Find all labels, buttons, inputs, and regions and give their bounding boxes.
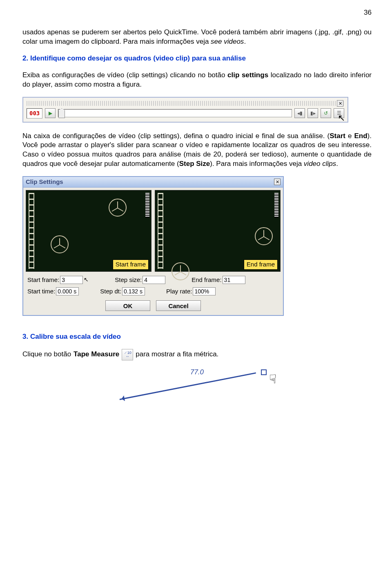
step-title: Identifique como desejar os quadros (vid… bbox=[30, 54, 246, 62]
cursor-icon: ↖ bbox=[338, 112, 345, 124]
fields-row-2: Start time: Step dt: Play rate: bbox=[23, 286, 283, 297]
paragraph-1: usados apenas se puderem ser abertos pel… bbox=[22, 28, 372, 47]
play-icon[interactable]: ▶ bbox=[45, 108, 56, 118]
text: para mostrar a fita métrica. bbox=[136, 350, 218, 359]
text: ). Para mais informações veja bbox=[210, 160, 304, 168]
close-icon[interactable]: ✕ bbox=[274, 179, 281, 185]
dialog-titlebar: Clip Settings ✕ bbox=[23, 177, 283, 187]
ok-button[interactable]: OK bbox=[105, 300, 150, 311]
text: Clique no botão bbox=[22, 350, 71, 359]
frames-preview-row: Start frame End frame bbox=[23, 188, 283, 274]
cancel-button[interactable]: Cancel bbox=[156, 300, 201, 311]
label: Start time: bbox=[27, 287, 55, 295]
tape-line[interactable] bbox=[119, 372, 256, 400]
step-3-heading: 3. Calibre sua escala de vídeo bbox=[22, 332, 372, 342]
loop-icon[interactable]: ↺ bbox=[321, 108, 331, 118]
end-frame-tag: End frame bbox=[244, 259, 278, 269]
step-title: Calibre sua escala de vídeo bbox=[30, 333, 121, 340]
hand-cursor-icon: ☟ bbox=[269, 371, 276, 388]
text: usados apenas se puderem ser abertos pel… bbox=[22, 28, 372, 45]
fan-object bbox=[255, 227, 273, 245]
end-frame-preview: End frame bbox=[155, 190, 281, 272]
barcode-overlay bbox=[274, 193, 278, 217]
ruler-overlay bbox=[158, 193, 163, 269]
dialog-title: Clip Settings bbox=[26, 178, 63, 186]
end-frame-input[interactable] bbox=[223, 276, 245, 284]
see-videos-ref: see videos bbox=[211, 38, 244, 45]
paragraph-3: Na caixa de configurações de vídeo (clip… bbox=[22, 132, 372, 169]
player-slider[interactable] bbox=[58, 109, 292, 117]
start-time-field: Start time: bbox=[27, 287, 79, 295]
step-forward-icon[interactable]: ▮▸ bbox=[307, 108, 318, 118]
fan-object bbox=[51, 235, 69, 253]
text: . bbox=[244, 38, 246, 45]
tape-measure-paragraph: Clique no botão Tape Measure ⟋10↔ para m… bbox=[22, 349, 372, 360]
end-frame-field: End frame: bbox=[192, 276, 245, 284]
label: Play rate: bbox=[166, 287, 192, 295]
step-dt-field: Step dt: bbox=[100, 287, 145, 295]
step-number: 2. bbox=[22, 54, 30, 62]
close-icon[interactable]: ✕ bbox=[337, 100, 343, 107]
fields-row-1: Start frame: ↖ Step size: End frame: bbox=[23, 274, 283, 286]
ruler-overlay bbox=[29, 193, 34, 269]
label: Step dt: bbox=[100, 287, 121, 295]
step-number: 3. bbox=[22, 333, 30, 340]
slider-thumb[interactable] bbox=[58, 108, 65, 118]
start-frame-tag: Start frame bbox=[113, 259, 149, 269]
tape-end-handle[interactable] bbox=[261, 369, 267, 375]
fan-object bbox=[172, 262, 189, 280]
step-size-term: Step Size bbox=[179, 160, 210, 168]
text: Exiba as configurações de vídeo (clip se… bbox=[22, 71, 227, 79]
label: Step size: bbox=[115, 276, 142, 284]
label: Start frame: bbox=[27, 276, 59, 284]
text: Na caixa de configurações de vídeo (clip… bbox=[22, 132, 330, 140]
tape-value: 77.0 bbox=[190, 368, 204, 377]
tape-measure-icon[interactable]: ⟋10↔ bbox=[122, 349, 133, 360]
text: e bbox=[345, 132, 354, 140]
play-rate-field: Play rate: bbox=[166, 287, 216, 295]
end-term: End bbox=[354, 132, 368, 140]
play-rate-input[interactable] bbox=[193, 287, 216, 295]
dialog-buttons: OK Cancel bbox=[23, 297, 283, 315]
start-time-input[interactable] bbox=[56, 287, 79, 295]
barcode-overlay bbox=[145, 193, 149, 217]
step-dt-input[interactable] bbox=[122, 287, 145, 295]
page-number: 36 bbox=[22, 8, 372, 18]
start-frame-preview: Start frame bbox=[26, 190, 151, 272]
step-size-field: Step size: bbox=[115, 276, 165, 284]
player-bar-figure: ✕ 003 ▶ ◂▮ ▮▸ ↺ ☰ ↖ bbox=[22, 97, 348, 123]
player-grip-strip: ✕ bbox=[27, 101, 344, 106]
start-term: Start bbox=[330, 132, 345, 140]
label: End frame: bbox=[192, 276, 221, 284]
player-controls-row: 003 ▶ ◂▮ ▮▸ ↺ ☰ bbox=[27, 108, 344, 119]
step-size-input[interactable] bbox=[143, 276, 165, 284]
tape-measure-figure: 77.0 ☟ bbox=[120, 368, 275, 409]
step-2-heading: 2. Identifique como desejar os quadros (… bbox=[22, 54, 372, 63]
fan-object bbox=[109, 199, 127, 217]
start-frame-input[interactable] bbox=[60, 276, 83, 284]
tape-measure-term: Tape Measure bbox=[74, 350, 119, 359]
frame-counter: 003 bbox=[27, 108, 42, 119]
video-clips-ref: video clips bbox=[304, 160, 336, 168]
text: . bbox=[336, 160, 338, 168]
paragraph-2: Exiba as configurações de vídeo (clip se… bbox=[22, 71, 372, 89]
start-frame-field: Start frame: ↖ bbox=[27, 276, 89, 284]
step-back-icon[interactable]: ◂▮ bbox=[294, 108, 305, 118]
clip-settings-dialog: Clip Settings ✕ Start frame End frame St… bbox=[22, 176, 284, 316]
clip-settings-term: clip settings bbox=[227, 71, 268, 79]
